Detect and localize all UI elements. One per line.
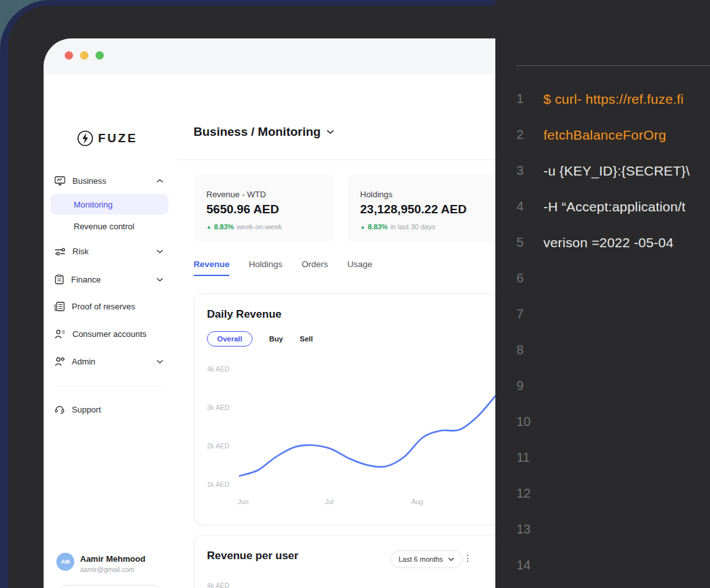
sign-out-button[interactable]: Sign Out	[58, 585, 161, 588]
support-headset-icon	[54, 404, 65, 414]
sidebar: FUZE Business Monitoring Revenue control	[44, 74, 179, 588]
sidebar-item-admin[interactable]: Admin	[54, 357, 167, 366]
code-text: $ curl- https://ref.fuze.fi	[543, 92, 684, 107]
sidebar-item-label: Risk	[72, 247, 88, 256]
line-number: 8	[516, 343, 524, 357]
traffic-light-minimize-icon[interactable]	[80, 51, 88, 60]
revenue-per-user-card: Revenue per user Last 6 months ⋮ 4k AED …	[194, 535, 497, 588]
breadcrumb[interactable]: Business / Monitoring	[194, 125, 334, 139]
user-email: aamir@gmail.com	[80, 566, 135, 573]
chevron-down-icon	[326, 129, 334, 135]
finance-clipboard-icon	[54, 274, 64, 284]
x-tick-aug: Aug	[411, 498, 424, 505]
y-tick-4k: 4k AED	[207, 582, 229, 588]
lightning-bolt-icon	[77, 130, 94, 147]
code-line: 7	[495, 307, 710, 326]
sidebar-item-label: Proof of reserves	[72, 302, 135, 311]
line-number: 5	[516, 235, 524, 250]
code-line: 13	[495, 522, 710, 541]
filter-buy[interactable]: Buy	[269, 335, 283, 343]
line-number: 11	[516, 450, 530, 465]
line-number: 9	[516, 379, 524, 393]
chart-filter-row: Overall Buy Sell	[207, 331, 313, 347]
tab-orders[interactable]: Orders	[302, 259, 328, 276]
stat-delta: ▲ 8.83% in last 30 days	[360, 223, 435, 231]
chevron-up-icon	[156, 179, 163, 183]
line-number: 6	[516, 271, 524, 286]
sidebar-item-consumer-accounts[interactable]: Consumer accounts	[54, 329, 167, 339]
code-line: 2 fetchBalanceForOrg	[495, 127, 710, 147]
stat-label: Holdings	[360, 190, 393, 199]
sidebar-item-finance[interactable]: Finance	[54, 274, 167, 284]
delta-percent: 8.83%	[368, 223, 388, 231]
risk-sliders-icon	[54, 247, 65, 256]
line-number: 7	[516, 307, 524, 322]
code-line: 9	[495, 379, 710, 398]
y-tick-1k: 1k AED	[207, 480, 229, 488]
stat-value: 23,128,950.22 AED	[360, 202, 466, 216]
stat-label: Revenue - WTD	[206, 190, 266, 199]
sidebar-item-proof-of-reserves[interactable]: Proof of reserves	[54, 302, 167, 311]
range-label: Last 6 months	[399, 555, 443, 563]
sidebar-item-business[interactable]: Business	[54, 176, 167, 186]
code-text: -H “Accept:application/t	[543, 199, 686, 215]
line-number: 13	[516, 522, 531, 537]
sidebar-item-label: Consumer accounts	[72, 329, 147, 339]
brand-logo: FUZE	[77, 130, 138, 147]
tab-usage[interactable]: Usage	[347, 259, 372, 276]
breadcrumb-text: Business / Monitoring	[194, 125, 320, 139]
card-title: Daily Revenue	[207, 308, 281, 321]
user-name: Aamir Mehmood	[80, 554, 145, 564]
line-number: 12	[516, 486, 531, 501]
stat-delta: ▲ 8.83% week-on-week	[206, 223, 282, 231]
brand-wordmark: FUZE	[98, 131, 138, 145]
consumer-person-icon	[54, 329, 65, 339]
sidebar-item-label: Support	[72, 405, 101, 414]
chevron-down-icon	[448, 557, 454, 561]
stat-card-holdings: Holdings 23,128,950.22 AED ▲ 8.83% in la…	[347, 174, 497, 242]
code-line: 3 -u {KEY_ID}:{SECRET}\	[495, 163, 710, 183]
sidebar-item-label: Finance	[71, 275, 101, 284]
code-line: 6	[495, 271, 710, 290]
code-line: 4 -H “Accept:application/t	[495, 199, 710, 218]
x-tick-jun: Jun	[238, 498, 249, 505]
sidebar-item-label: Admin	[72, 357, 95, 366]
up-arrow-icon: ▲	[360, 224, 365, 230]
daily-revenue-line-chart	[231, 358, 497, 493]
chevron-down-icon	[156, 359, 163, 364]
page-header: Business / Monitoring	[178, 74, 497, 160]
stat-value: 5650.96 AED	[206, 202, 279, 216]
filter-overall[interactable]: Overall	[207, 331, 252, 347]
card-title: Revenue per user	[207, 550, 299, 562]
stat-card-revenue-wtd: Revenue - WTD 5650.96 AED ▲ 8.83% week-o…	[194, 174, 334, 242]
avatar: AM	[56, 553, 74, 571]
traffic-light-zoom-icon[interactable]	[95, 51, 104, 60]
daily-revenue-card: Daily Revenue Overall Buy Sell 4k AED 3k…	[194, 293, 497, 525]
up-arrow-icon: ▲	[206, 224, 211, 230]
code-text: fetchBalanceForOrg	[543, 127, 666, 143]
sidebar-item-risk[interactable]: Risk	[54, 247, 167, 256]
delta-percent: 8.83%	[214, 223, 234, 231]
code-text: -u {KEY_ID}:{SECRET}\	[543, 163, 689, 179]
sidebar-item-support[interactable]: Support	[54, 404, 167, 414]
sidebar-item-monitoring[interactable]: Monitoring	[74, 200, 113, 209]
tab-holdings[interactable]: Holdings	[249, 259, 283, 276]
tab-revenue[interactable]: Revenue	[194, 259, 229, 276]
range-select[interactable]: Last 6 months	[390, 550, 463, 568]
code-line: 1 $ curl- https://ref.fuze.fi	[495, 92, 710, 111]
app-window: FUZE Business Monitoring Revenue control	[44, 38, 497, 588]
traffic-light-close-icon[interactable]	[65, 51, 73, 60]
kebab-menu-icon[interactable]: ⋮	[463, 553, 472, 563]
business-chart-icon	[54, 176, 65, 186]
window-titlebar	[44, 38, 497, 74]
line-number: 3	[516, 163, 524, 178]
code-line: 11	[495, 450, 710, 470]
revenue-line-series	[240, 395, 496, 476]
code-panel-divider	[516, 65, 710, 66]
y-tick-3k: 3k AED	[207, 404, 229, 411]
sidebar-item-revenue-control[interactable]: Revenue control	[74, 222, 135, 231]
line-number: 14	[516, 558, 531, 573]
filter-sell[interactable]: Sell	[300, 335, 313, 343]
delta-note: week-on-week	[236, 223, 282, 231]
sidebar-divider	[54, 386, 165, 387]
